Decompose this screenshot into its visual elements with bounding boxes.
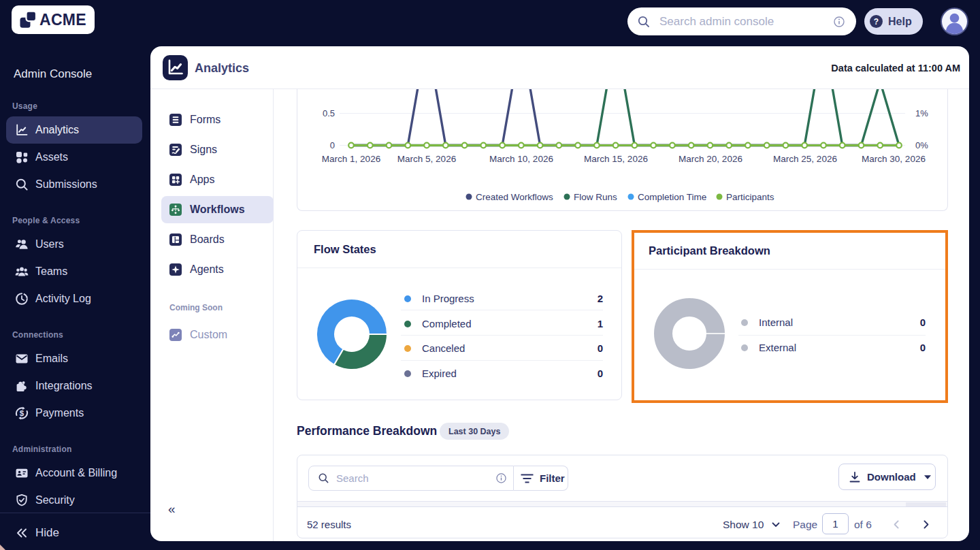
svg-text:March 15, 2026: March 15, 2026 [584, 154, 648, 164]
svg-text:0.5: 0.5 [323, 108, 335, 118]
svg-text:Completion Time: Completion Time [638, 192, 706, 202]
svg-text:Participants: Participants [726, 192, 774, 202]
svg-text:March 5, 2026: March 5, 2026 [397, 154, 456, 164]
svg-text:1%: 1% [915, 108, 928, 118]
svg-text:March 20, 2026: March 20, 2026 [679, 154, 742, 164]
svg-text:Flow Runs: Flow Runs [574, 192, 617, 202]
svg-text:$: $ [20, 409, 24, 417]
svg-text:0: 0 [330, 140, 335, 150]
svg-text:March 1, 2026: March 1, 2026 [322, 154, 380, 164]
svg-text:Created Workflows: Created Workflows [476, 192, 553, 202]
svg-text:March 10, 2026: March 10, 2026 [489, 154, 553, 164]
svg-text:March 30, 2026: March 30, 2026 [862, 154, 926, 164]
svg-text:March 25, 2026: March 25, 2026 [773, 154, 837, 164]
svg-text:0%: 0% [915, 140, 928, 150]
